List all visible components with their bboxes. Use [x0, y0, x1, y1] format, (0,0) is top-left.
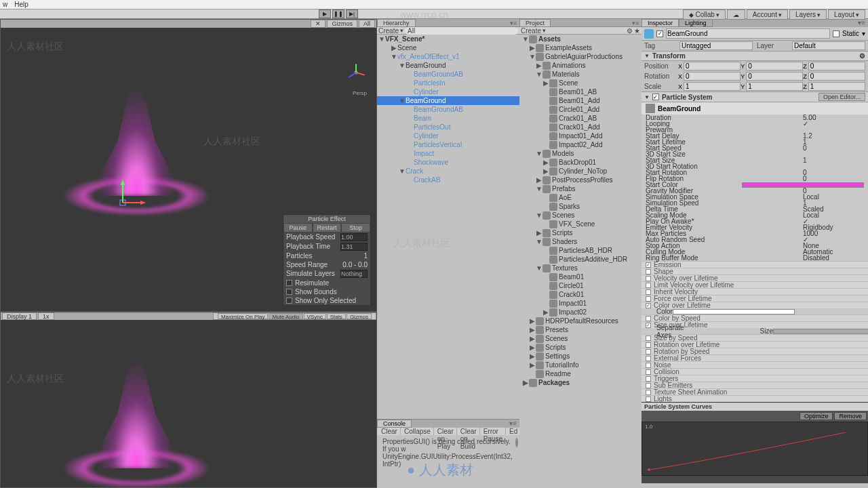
hierarchy-item[interactable]: ParticlesIn [377, 79, 519, 87]
open-editor-button[interactable]: Open Editor... [818, 93, 865, 101]
console-collapse-toggle[interactable]: Collapse [401, 428, 434, 435]
hierarchy-item[interactable]: ▼BeamGround [377, 96, 519, 105]
inspector-tab[interactable]: Inspector [642, 19, 679, 27]
hierarchy-item[interactable]: ▶Scene [377, 43, 519, 52]
project-item[interactable]: Impact01 [519, 299, 642, 308]
pfx-resimulate-checkbox[interactable] [286, 280, 292, 286]
ps-module[interactable]: Limit Velocity over Lifetime [642, 281, 868, 288]
curve-editor[interactable]: 1.0 [642, 422, 868, 476]
project-item[interactable]: AoE [519, 193, 642, 202]
ps-module[interactable]: Shape [642, 268, 868, 274]
pfx-playback-time[interactable] [340, 243, 368, 251]
ps-module[interactable]: Lights [642, 395, 868, 402]
project-item[interactable]: ▶Presets [519, 325, 642, 334]
hierarchy-tab[interactable]: Hierarchy [377, 19, 416, 27]
optimize-button[interactable]: Optimize [800, 412, 833, 420]
project-tree[interactable]: ▼Assets▶ExampleAssets▼GabrielAguiarProdu… [519, 35, 642, 488]
project-item[interactable]: Impact01_Add [519, 131, 642, 140]
account-dropdown[interactable]: Account ▾ [747, 9, 788, 20]
project-item[interactable]: Circle01 [519, 281, 642, 290]
scene-view[interactable]: ✕ Gizmos All Persp Particle Effect Pause… [0, 19, 377, 312]
transform-gizmo[interactable] [109, 176, 150, 216]
transform-component[interactable]: Transform [652, 52, 686, 60]
pfx-playback-speed[interactable] [340, 233, 368, 241]
hierarchy-tree[interactable]: ▼VFX_Scene* ▶Scene▼vfx_AreaOfEffect_v1▼B… [377, 35, 519, 419]
static-checkbox[interactable] [833, 30, 840, 37]
hierarchy-item[interactable]: Cylinder [377, 87, 519, 96]
project-tab[interactable]: Project [519, 19, 551, 27]
console-clearonplay-toggle[interactable]: Clear on Play [435, 428, 457, 435]
project-item[interactable]: ▶BackDrop01 [519, 158, 642, 167]
project-item[interactable]: Crack01 [519, 290, 642, 299]
game-view[interactable]: Display 1 1x Maximize On Play Mute Audio… [0, 312, 377, 488]
ps-module[interactable]: Size by Speed [642, 334, 868, 341]
project-item[interactable]: ▶PostProcessProfiles [519, 176, 642, 184]
play-button[interactable]: ▶ [319, 9, 331, 18]
gizmos-dropdown[interactable]: Gizmos [327, 20, 357, 28]
project-item[interactable]: Beam01 [519, 272, 642, 281]
console-errorpause-toggle[interactable]: Error Pause [481, 428, 506, 435]
gizmos-toggle[interactable]: Gizmos [347, 313, 372, 319]
project-item[interactable]: ▼GabrielAguiarProductions [519, 52, 642, 61]
pfx-stop-button[interactable]: Stop [341, 223, 370, 232]
search-all[interactable]: All [359, 20, 375, 28]
ps-enabled-checkbox[interactable]: ✓ [652, 94, 659, 100]
pfx-showbounds-checkbox[interactable] [286, 289, 292, 295]
console-tab[interactable]: Console [377, 420, 412, 428]
hierarchy-item[interactable]: Shockwave [377, 158, 519, 167]
game-display-dropdown[interactable]: Display 1 [2, 312, 37, 320]
project-item[interactable]: ▶TutorialInfo [519, 361, 642, 369]
collab-dropdown[interactable]: ◆ Collab ▾ [683, 9, 725, 20]
layer-dropdown[interactable]: Default [792, 41, 865, 50]
pause-button[interactable]: ❚❚ [332, 9, 344, 18]
hierarchy-item[interactable]: ▼vfx_AreaOfEffect_v1 [377, 52, 519, 61]
layout-dropdown[interactable]: Layout ▾ [828, 9, 865, 20]
menu-item[interactable]: Help [14, 1, 28, 8]
project-item[interactable]: Impact02_Add [519, 140, 642, 149]
ps-module[interactable]: External Forces [642, 354, 868, 361]
project-item[interactable]: Readme [519, 369, 642, 378]
hierarchy-item[interactable]: ▼Crack [377, 167, 519, 176]
console-clearonbuild-toggle[interactable]: Clear on Build [458, 428, 480, 435]
menubar[interactable]: w Help [0, 0, 868, 9]
project-item[interactable]: ▶HDRPDefaultResources [519, 317, 642, 325]
layers-dropdown[interactable]: Layers ▾ [789, 9, 827, 20]
max-on-play-toggle[interactable]: Maximize On Play [218, 313, 268, 319]
project-item[interactable]: ▶Cylinder_NoTop [519, 167, 642, 176]
orientation-gizmo[interactable] [344, 60, 368, 85]
particle-system-component[interactable]: Particle System [662, 94, 713, 101]
project-item[interactable]: Circle01_Add [519, 105, 642, 114]
remove-button[interactable]: Remove [834, 412, 867, 420]
filter-icon[interactable]: ⚙ [627, 27, 633, 35]
ps-module[interactable]: Velocity over Lifetime [642, 274, 868, 281]
project-item[interactable]: ▶Impact02 [519, 308, 642, 317]
hierarchy-search[interactable]: All [405, 27, 518, 35]
ps-module[interactable]: ✓Color over Lifetime [642, 302, 868, 308]
ps-module[interactable]: Triggers [642, 375, 868, 382]
console-message[interactable]: PropertiesGUI() is being called recursiv… [377, 435, 519, 470]
pfx-restart-button[interactable]: Restart [313, 223, 342, 232]
scene-root[interactable]: VFX_Scene* [385, 35, 425, 43]
persp-label[interactable]: Persp [353, 90, 367, 96]
gameobject-name-field[interactable] [666, 28, 830, 39]
menu-item[interactable]: w [3, 1, 7, 8]
project-item[interactable]: ▼Materials [519, 70, 642, 79]
create-dropdown[interactable]: Create [378, 27, 399, 35]
game-scale[interactable]: 1x [38, 312, 54, 320]
project-item[interactable]: ParticlesAdditive_HDR [519, 255, 642, 264]
pane-options-icon[interactable]: ▾≡ [507, 20, 519, 26]
project-item[interactable]: ▼Textures [519, 264, 642, 272]
hierarchy-item[interactable]: Cylinder [377, 131, 519, 140]
ps-module[interactable]: Noise [642, 361, 868, 368]
close-tab-button[interactable]: ✕ [311, 20, 326, 28]
pfx-showonly-checkbox[interactable] [286, 298, 292, 304]
step-button[interactable]: ▶| [346, 9, 358, 18]
project-item[interactable]: ▶Scripts [519, 228, 642, 237]
project-item[interactable]: ▶Packages [519, 378, 642, 387]
project-item[interactable]: ▶Animations [519, 61, 642, 70]
hierarchy-item[interactable]: Beam [377, 114, 519, 123]
project-item[interactable]: ▼Assets [519, 35, 642, 43]
pane-options-icon[interactable]: ▾≡ [507, 420, 519, 428]
hierarchy-item[interactable]: ParticlesOut [377, 123, 519, 131]
ps-module[interactable]: Force over Lifetime [642, 295, 868, 302]
